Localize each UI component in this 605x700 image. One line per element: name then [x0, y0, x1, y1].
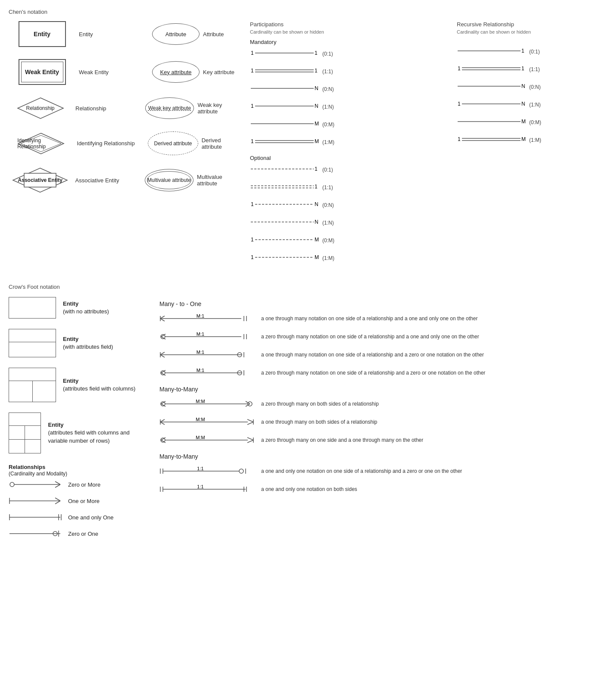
m2m-row-3: M:M a zero through many on one side and …	[159, 435, 596, 445]
id-relationship-shape: Identifying Relationship	[17, 132, 65, 155]
svg-line-116	[160, 422, 165, 425]
oto-desc-2: a one and only one notation on both side…	[261, 486, 596, 492]
line-1N: 1 N	[250, 102, 319, 110]
cf-entity-cols-label: Entity (attributes field with columns)	[63, 377, 135, 393]
many-to-one-title: Many - to - One	[159, 300, 596, 307]
m2m-desc-3: a zero through many on one side and a on…	[261, 437, 596, 443]
cf-one-or-more-label: One or More	[68, 498, 100, 504]
part-mandatory-01: 1 1 (0:1)	[250, 49, 444, 59]
svg-text:1: 1	[251, 50, 254, 56]
id-relationship-symbol: Identifying Relationship	[9, 132, 73, 155]
rec-11: 1 1 (1:1)	[457, 64, 556, 74]
associative-shape-label: Associative Entity	[18, 177, 62, 183]
attr-inline-3: Derived attribute Derived attribute	[148, 131, 241, 155]
m2o-svg-1: M:1	[159, 313, 254, 324]
svg-text:1: 1	[458, 66, 461, 72]
notation-1N: (1:N)	[322, 104, 340, 110]
many-to-many-section: Many-to-Many M:M	[159, 386, 596, 445]
cf-zero-or-one-label: Zero or One	[68, 531, 98, 537]
attr-inline-1: Key attribute Key attribute	[152, 61, 234, 83]
multivalue-attr-shape: Multivalue attribute	[145, 169, 193, 191]
svg-text:1:1: 1:1	[197, 466, 203, 471]
m2m-desc-1: a zero through many on both sides of a r…	[261, 401, 596, 407]
crows-rel-title: Relationships(Cardinality and Modality)	[9, 464, 147, 477]
m2m-row-2: M:M a one through many on both sides of …	[159, 417, 596, 427]
m2m-diag-2: M:M	[159, 417, 254, 427]
svg-text:1: 1	[315, 68, 318, 74]
rec-1N: 1 N (1:N)	[457, 100, 556, 109]
svg-text:N: N	[521, 101, 525, 107]
entity-symbol: Entity	[9, 21, 75, 47]
recline-0N: N	[457, 82, 526, 91]
one-to-one-section: Many-to-Many 1:1	[159, 453, 596, 494]
dnotation-1N: (1:N)	[322, 220, 340, 226]
recursive-section: Recursive Relationship Cardinality can b…	[457, 21, 556, 271]
part-opt-0M: 1 M (0:M)	[250, 235, 444, 245]
m2o-diag-1: M:1	[159, 313, 254, 324]
chens-title: Chen's notation	[9, 9, 596, 15]
part-opt-11: 1 (1:1)	[250, 182, 444, 192]
chen-entity-row: Entity Entity Attribute Attribute	[9, 21, 241, 47]
relationship-symbol: Relationship	[9, 97, 72, 119]
attr-shape-label-0: Attribute	[165, 31, 186, 38]
svg-text:1: 1	[315, 166, 318, 172]
dnotation-01: (0:1)	[322, 167, 340, 173]
svg-text:1: 1	[458, 136, 461, 142]
m2m-diag-3: M:M	[159, 435, 254, 445]
page-wrapper: Chen's notation Entity Entity Attribute	[9, 9, 596, 546]
weak-key-attr-shape: Weak key attribute	[145, 97, 194, 119]
associative-label: Associative Entity	[75, 177, 140, 184]
multivalue-attr-shape-label: Multivalue attribute	[147, 177, 191, 183]
m2o-desc-2: a zero through many notation on one side…	[261, 334, 596, 340]
oto-svg-1: 1:1	[159, 466, 254, 476]
svg-line-121	[247, 419, 253, 422]
cf-entity-cols-row: Entity (attributes field with columns)	[9, 368, 147, 402]
svg-text:1: 1	[251, 138, 254, 144]
m2m-svg-2: M:M	[159, 417, 254, 427]
key-attr-shape-label: Key attribute	[160, 69, 192, 75]
svg-line-58	[55, 481, 60, 484]
svg-line-90	[160, 355, 165, 357]
many-to-one-section: Many - to - One	[159, 300, 596, 378]
m2o-diag-3: M:1	[159, 350, 254, 360]
svg-text:1: 1	[315, 184, 318, 190]
dline-0N: 1 N	[250, 200, 319, 209]
chen-left-panel: Entity Entity Attribute Attribute	[9, 21, 241, 271]
part-opt-1M: 1 M (1:M)	[250, 253, 444, 263]
m2m-desc-2: a one through many on both sides of a re…	[261, 419, 596, 425]
part-opt-0N: 1 N (0:N)	[250, 200, 444, 210]
dline-0M: 1 M	[250, 235, 319, 244]
cf-entity-basic-row: Entity (with no attributes)	[9, 297, 147, 319]
cf-one-or-more-row: One or More	[9, 497, 147, 505]
notation-11: (1:1)	[322, 69, 340, 75]
svg-text:N: N	[315, 219, 318, 225]
svg-text:M:M: M:M	[196, 435, 205, 440]
recnotation-0N: (0:N)	[529, 84, 546, 90]
attr-inline-4: Multivalue attribute Multivalue attribut…	[145, 169, 241, 191]
part-mandatory-11: 1 1 (1:1)	[250, 66, 444, 76]
cf-zero-or-more-svg	[9, 480, 65, 489]
recline-01: 1	[457, 47, 526, 55]
part-opt-01: 1 (0:1)	[250, 165, 444, 175]
rec-0M: M (0:M)	[457, 117, 556, 127]
m2m-svg-1: M:M	[159, 399, 254, 409]
m2o-row-2: M:1 a zero through many notation on one …	[159, 331, 596, 342]
relationship-shape-label: Relationship	[26, 105, 54, 111]
m2o-svg-3: M:1	[159, 350, 254, 360]
svg-text:M:1: M:1	[196, 350, 204, 355]
svg-text:1: 1	[315, 50, 318, 56]
svg-text:M:1: M:1	[196, 331, 204, 337]
cf-one-or-more-sym	[9, 497, 65, 505]
m2m-svg-3: M:M	[159, 435, 254, 445]
participation-subtitle: Cardinality can be shown or hidden	[250, 29, 444, 34]
dnotation-0M: (0:M)	[322, 237, 340, 244]
svg-text:1: 1	[251, 201, 254, 207]
svg-line-115	[160, 419, 165, 422]
svg-text:M:1: M:1	[196, 368, 204, 373]
m2o-desc-3: a one through many notation on one side …	[261, 352, 596, 358]
crows-main: Entity (with no attributes) Entity (with…	[9, 297, 596, 546]
crows-rel-section: Relationships(Cardinality and Modality)	[9, 464, 147, 538]
recursive-subtitle: Cardinality can be shown or hidden	[457, 29, 556, 34]
svg-line-131	[247, 438, 253, 440]
relationship-label: Relationship	[75, 105, 141, 112]
